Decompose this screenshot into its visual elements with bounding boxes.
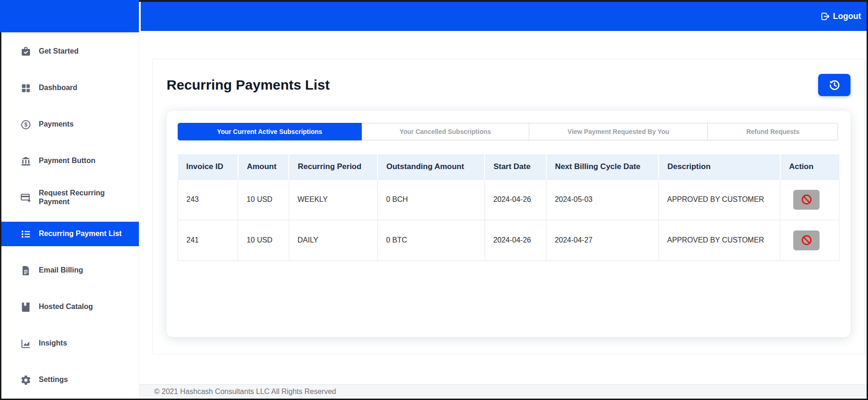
tab-refund-requests[interactable]: Refund Requests: [707, 123, 838, 140]
bank-icon: [20, 155, 32, 167]
sidebar-item-label: Recurring Payment List: [39, 230, 122, 238]
ban-icon: [801, 234, 813, 246]
copyright-text: © 2021 Hashcash Consultants LLC All Righ…: [154, 388, 336, 396]
document-icon: [20, 265, 32, 277]
column-header-start-date: Start Date: [485, 154, 546, 179]
column-header-invoice-id: Invoice ID: [178, 154, 238, 179]
sidebar: Get Started Dashboard $ Payments Payment…: [1, 2, 139, 399]
cell-recurring-period: WEEKLY: [289, 179, 377, 220]
book-icon: [20, 301, 32, 313]
cell-amount: 10 USD: [238, 179, 289, 220]
table-row: 241 10 USD DAILY 0 BTC 2024-04-26 2024-0…: [178, 220, 839, 261]
sidebar-item-dashboard[interactable]: Dashboard: [1, 76, 139, 100]
sidebar-item-email-billing[interactable]: Email Billing: [1, 258, 139, 283]
ban-icon: [801, 194, 813, 206]
subscription-tabs: Your Current Active Subscriptions Your C…: [178, 123, 839, 140]
chart-line-icon: [20, 338, 32, 350]
recurring-payments-card: Recurring Payments List Your Current Act…: [152, 59, 865, 354]
content-region: Recurring Payments List Your Current Act…: [139, 31, 867, 384]
footer-bar: © 2021 Hashcash Consultants LLC All Righ…: [139, 384, 867, 399]
sidebar-nav: Get Started Dashboard $ Payments Payment…: [1, 32, 139, 400]
column-header-outstanding-amount: Outstanding Amount: [377, 154, 485, 179]
briefcase-check-icon: [20, 46, 32, 58]
sidebar-item-hosted-catalog[interactable]: Hosted Catalog: [1, 295, 139, 319]
column-header-recurring-period: Recurring Period: [289, 154, 377, 179]
grid-icon: [20, 82, 32, 94]
sidebar-item-insights[interactable]: Insights: [1, 331, 139, 356]
sidebar-item-settings[interactable]: Settings: [1, 368, 139, 392]
dollar-circle-icon: $: [20, 119, 32, 131]
subscriptions-panel: Your Current Active Subscriptions Your C…: [167, 111, 850, 337]
tab-view-payment-requested[interactable]: View Payment Requested By You: [529, 123, 708, 140]
refresh-button[interactable]: [818, 74, 850, 96]
cell-amount: 10 USD: [238, 220, 289, 261]
logout-label: Logout: [833, 12, 861, 21]
page-title: Recurring Payments List: [167, 77, 329, 93]
table-header: Invoice ID Amount Recurring Period Outst…: [178, 154, 839, 179]
top-header-bar: Logout: [141, 2, 867, 31]
tab-current-active-subscriptions[interactable]: Your Current Active Subscriptions: [178, 123, 362, 140]
sidebar-item-label: Payment Button: [39, 157, 96, 165]
sidebar-item-recurring-payment-list[interactable]: Recurring Payment List: [1, 222, 139, 246]
sidebar-item-label: Payments: [39, 120, 74, 128]
tab-cancelled-subscriptions[interactable]: Your Cancelled Subscriptions: [361, 123, 529, 140]
cell-next-billing-cycle-date: 2024-05-03: [546, 179, 659, 220]
sign-out-icon: [820, 12, 830, 21]
history-refresh-icon: [828, 79, 841, 91]
cell-description: APPROVED BY CUSTOMER: [658, 179, 780, 220]
gear-icon: [20, 374, 32, 386]
brand-block: [0, 0, 139, 32]
cell-action: [780, 179, 839, 220]
sidebar-item-label: Email Billing: [39, 266, 83, 274]
sidebar-item-payments[interactable]: $ Payments: [1, 112, 139, 137]
cell-invoice-id: 241: [178, 220, 238, 261]
cell-outstanding-amount: 0 BCH: [377, 179, 485, 220]
column-header-amount: Amount: [238, 154, 289, 179]
sidebar-item-label: Insights: [39, 339, 67, 347]
cell-start-date: 2024-04-26: [485, 179, 546, 220]
sidebar-item-label: Dashboard: [39, 84, 78, 92]
cell-invoice-id: 243: [178, 179, 238, 220]
sidebar-item-payment-button[interactable]: Payment Button: [1, 149, 139, 173]
logout-button[interactable]: Logout: [818, 11, 864, 22]
cell-recurring-period: DAILY: [289, 220, 377, 261]
list-icon: [20, 228, 32, 240]
cell-action: [780, 220, 839, 261]
main-area: Logout Recurring Payments List Your Curr…: [139, 2, 867, 399]
subscriptions-table: Invoice ID Amount Recurring Period Outst…: [178, 154, 839, 261]
cell-description: APPROVED BY CUSTOMER: [658, 220, 780, 261]
cancel-subscription-button[interactable]: [793, 230, 820, 250]
sidebar-item-label: Settings: [39, 376, 68, 384]
column-header-description: Description: [658, 154, 780, 179]
cell-start-date: 2024-04-26: [485, 220, 546, 261]
column-header-next-billing-cycle-date: Next Billing Cycle Date: [546, 154, 659, 179]
credit-card-plus-icon: [20, 192, 32, 204]
sidebar-item-label: Request Recurring Payment: [39, 189, 126, 206]
sidebar-item-label: Get Started: [39, 47, 78, 55]
sidebar-item-get-started[interactable]: Get Started: [1, 39, 139, 64]
app-window: Get Started Dashboard $ Payments Payment…: [0, 0, 868, 400]
cancel-subscription-button[interactable]: [793, 190, 820, 210]
svg-text:$: $: [24, 121, 28, 128]
sidebar-item-label: Hosted Catalog: [39, 303, 93, 311]
cell-outstanding-amount: 0 BTC: [377, 220, 485, 261]
cell-next-billing-cycle-date: 2024-04-27: [546, 220, 659, 261]
column-header-action: Action: [780, 154, 839, 179]
card-header: Recurring Payments List: [167, 59, 850, 111]
table-row: 243 10 USD WEEKLY 0 BCH 2024-04-26 2024-…: [178, 179, 839, 220]
sidebar-item-request-recurring-payment[interactable]: Request Recurring Payment: [1, 185, 139, 210]
